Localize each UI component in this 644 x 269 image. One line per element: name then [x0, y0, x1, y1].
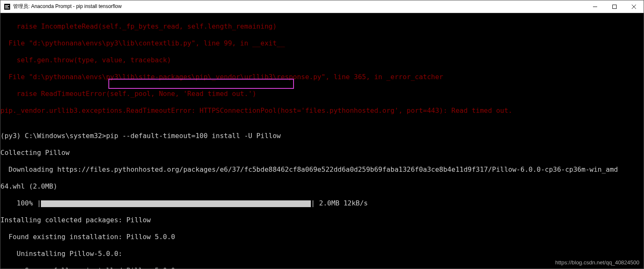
progress-line: 100% || 2.0MB 12kB/s: [0, 199, 644, 208]
watermark-text: https://blog.csdn.net/qq_40824500: [555, 258, 640, 267]
output-line: Collecting Pillow: [0, 149, 644, 157]
error-line: raise IncompleteRead(self._fp_bytes_read…: [0, 22, 644, 31]
output-line: Downloading https://files.pythonhosted.o…: [0, 165, 644, 174]
minimize-button[interactable]: [585, 0, 605, 13]
prompt-line: (py3) C:\Windows\system32>pip --default-…: [0, 132, 644, 140]
svg-rect-2: [5, 6, 8, 7]
progress-bar-filled: [41, 200, 311, 207]
output-line: Uninstalling Pillow-5.0.0:: [0, 250, 644, 258]
error-line: self.gen.throw(type, value, traceback): [0, 56, 644, 64]
prompt-prefix: (py3) C:\Windows\system32>: [0, 132, 106, 140]
error-line: raise ReadTimeoutError(self._pool, None,…: [0, 90, 644, 98]
progress-tail: | 2.0MB 12kB/s: [311, 199, 368, 207]
maximize-button[interactable]: [605, 0, 624, 13]
prompt-command: pip --default-timeout=100 install -U Pil…: [106, 132, 280, 140]
titlebar[interactable]: 管理员: Anaconda Prompt - pip install tenso…: [0, 0, 644, 13]
progress-percent: 100% |: [0, 199, 41, 207]
error-line: pip._vendor.urllib3.exceptions.ReadTimeo…: [0, 107, 644, 115]
output-line: 64.whl (2.0MB): [0, 182, 644, 191]
output-line: Found existing installation: Pillow 5.0.…: [0, 233, 644, 241]
output-line: Successfully uninstalled Pillow-5.0.0: [0, 266, 644, 269]
error-line: File "d:\pythonana\envs\py3\lib\site-pac…: [0, 73, 644, 81]
output-line: Installing collected packages: Pillow: [0, 216, 644, 224]
svg-rect-1: [5, 5, 9, 6]
error-line: File "d:\pythonana\envs\py3\lib\contextl…: [0, 39, 644, 48]
window-title: 管理员: Anaconda Prompt - pip install tenso…: [13, 3, 121, 10]
app-icon: [4, 3, 11, 10]
svg-rect-5: [613, 5, 617, 8]
svg-rect-3: [5, 8, 9, 8]
close-button[interactable]: [624, 0, 644, 13]
window-frame: 管理员: Anaconda Prompt - pip install tenso…: [0, 0, 644, 269]
terminal-output[interactable]: raise IncompleteRead(self._fp_bytes_read…: [0, 13, 644, 269]
